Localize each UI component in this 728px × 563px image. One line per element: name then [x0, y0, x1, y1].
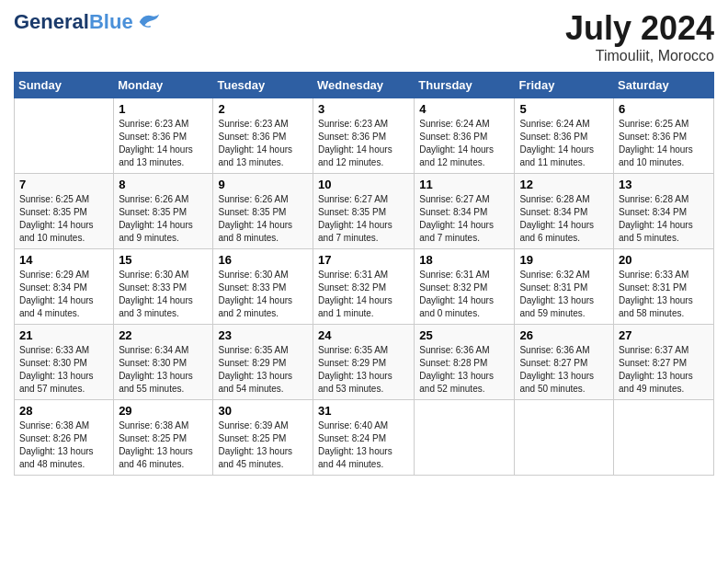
day-number: 12 — [519, 178, 609, 191]
day-cell: 24Sunrise: 6:35 AM Sunset: 8:29 PM Dayli… — [313, 325, 415, 400]
title-area: July 2024 Timouliit, Morocco — [565, 9, 714, 64]
week-row-2: 7Sunrise: 6:25 AM Sunset: 8:35 PM Daylig… — [15, 174, 714, 249]
day-number: 8 — [119, 178, 208, 191]
day-info: Sunrise: 6:28 AM Sunset: 8:34 PM Dayligh… — [619, 193, 709, 245]
day-info: Sunrise: 6:28 AM Sunset: 8:34 PM Dayligh… — [519, 193, 609, 245]
calendar-table: Sunday Monday Tuesday Wednesday Thursday… — [14, 72, 714, 476]
day-cell: 29Sunrise: 6:38 AM Sunset: 8:25 PM Dayli… — [114, 400, 213, 476]
day-number: 13 — [619, 178, 709, 191]
day-info: Sunrise: 6:39 AM Sunset: 8:25 PM Dayligh… — [218, 419, 308, 471]
day-number: 19 — [519, 253, 609, 267]
day-number: 27 — [619, 328, 709, 342]
day-cell: 3Sunrise: 6:23 AM Sunset: 8:36 PM Daylig… — [313, 98, 415, 174]
day-info: Sunrise: 6:27 AM Sunset: 8:34 PM Dayligh… — [419, 193, 509, 245]
day-cell: 18Sunrise: 6:31 AM Sunset: 8:32 PM Dayli… — [415, 249, 515, 325]
day-number: 15 — [119, 253, 208, 267]
day-cell — [614, 400, 714, 476]
day-info: Sunrise: 6:26 AM Sunset: 8:35 PM Dayligh… — [119, 193, 208, 245]
day-cell: 30Sunrise: 6:39 AM Sunset: 8:25 PM Dayli… — [213, 400, 313, 476]
day-info: Sunrise: 6:36 AM Sunset: 8:27 PM Dayligh… — [519, 344, 609, 396]
col-thursday: Thursday — [415, 73, 515, 98]
logo: GeneralBlue — [14, 9, 161, 35]
day-number: 10 — [318, 178, 409, 191]
day-number: 16 — [218, 253, 308, 267]
day-cell — [515, 400, 614, 476]
day-cell: 28Sunrise: 6:38 AM Sunset: 8:26 PM Dayli… — [15, 400, 114, 476]
col-wednesday: Wednesday — [313, 73, 415, 98]
day-number: 2 — [218, 102, 308, 116]
day-number: 31 — [318, 404, 409, 418]
day-cell: 22Sunrise: 6:34 AM Sunset: 8:30 PM Dayli… — [114, 325, 213, 400]
day-info: Sunrise: 6:26 AM Sunset: 8:35 PM Dayligh… — [218, 193, 308, 245]
day-info: Sunrise: 6:23 AM Sunset: 8:36 PM Dayligh… — [119, 118, 208, 169]
day-number: 6 — [619, 102, 709, 116]
day-number: 7 — [19, 178, 108, 191]
day-info: Sunrise: 6:30 AM Sunset: 8:33 PM Dayligh… — [218, 269, 308, 320]
day-info: Sunrise: 6:32 AM Sunset: 8:31 PM Dayligh… — [519, 269, 609, 320]
header: GeneralBlue July 2024 Timouliit, Morocco — [14, 9, 714, 64]
week-row-5: 28Sunrise: 6:38 AM Sunset: 8:26 PM Dayli… — [15, 400, 714, 476]
day-info: Sunrise: 6:34 AM Sunset: 8:30 PM Dayligh… — [119, 344, 208, 396]
day-info: Sunrise: 6:30 AM Sunset: 8:33 PM Dayligh… — [119, 269, 208, 320]
day-cell: 11Sunrise: 6:27 AM Sunset: 8:34 PM Dayli… — [415, 174, 515, 249]
week-row-4: 21Sunrise: 6:33 AM Sunset: 8:30 PM Dayli… — [15, 325, 714, 400]
day-cell: 17Sunrise: 6:31 AM Sunset: 8:32 PM Dayli… — [313, 249, 415, 325]
day-info: Sunrise: 6:33 AM Sunset: 8:30 PM Dayligh… — [19, 344, 108, 396]
day-info: Sunrise: 6:31 AM Sunset: 8:32 PM Dayligh… — [419, 269, 509, 320]
day-cell: 5Sunrise: 6:24 AM Sunset: 8:36 PM Daylig… — [515, 98, 614, 174]
day-number: 18 — [419, 253, 509, 267]
day-cell: 6Sunrise: 6:25 AM Sunset: 8:36 PM Daylig… — [614, 98, 714, 174]
day-info: Sunrise: 6:24 AM Sunset: 8:36 PM Dayligh… — [519, 118, 609, 169]
col-saturday: Saturday — [614, 73, 714, 98]
day-cell: 25Sunrise: 6:36 AM Sunset: 8:28 PM Dayli… — [415, 325, 515, 400]
day-number: 9 — [218, 178, 308, 191]
day-number: 11 — [419, 178, 509, 191]
day-info: Sunrise: 6:36 AM Sunset: 8:28 PM Dayligh… — [419, 344, 509, 396]
day-cell: 4Sunrise: 6:24 AM Sunset: 8:36 PM Daylig… — [415, 98, 515, 174]
day-number: 28 — [19, 404, 108, 418]
week-row-1: 1Sunrise: 6:23 AM Sunset: 8:36 PM Daylig… — [15, 98, 714, 174]
col-friday: Friday — [515, 73, 614, 98]
day-info: Sunrise: 6:29 AM Sunset: 8:34 PM Dayligh… — [19, 269, 108, 320]
day-number: 22 — [119, 328, 208, 342]
day-number: 26 — [519, 328, 609, 342]
day-info: Sunrise: 6:24 AM Sunset: 8:36 PM Dayligh… — [419, 118, 509, 169]
day-cell: 21Sunrise: 6:33 AM Sunset: 8:30 PM Dayli… — [15, 325, 114, 400]
day-cell: 9Sunrise: 6:26 AM Sunset: 8:35 PM Daylig… — [213, 174, 313, 249]
day-cell: 14Sunrise: 6:29 AM Sunset: 8:34 PM Dayli… — [15, 249, 114, 325]
col-sunday: Sunday — [15, 73, 114, 98]
day-info: Sunrise: 6:38 AM Sunset: 8:26 PM Dayligh… — [19, 419, 108, 471]
day-number: 21 — [19, 328, 108, 342]
day-number: 17 — [318, 253, 409, 267]
day-cell: 10Sunrise: 6:27 AM Sunset: 8:35 PM Dayli… — [313, 174, 415, 249]
day-cell: 19Sunrise: 6:32 AM Sunset: 8:31 PM Dayli… — [515, 249, 614, 325]
location-subtitle: Timouliit, Morocco — [565, 48, 714, 64]
day-number: 3 — [318, 102, 409, 116]
day-cell: 26Sunrise: 6:36 AM Sunset: 8:27 PM Dayli… — [515, 325, 614, 400]
day-cell: 23Sunrise: 6:35 AM Sunset: 8:29 PM Dayli… — [213, 325, 313, 400]
day-info: Sunrise: 6:31 AM Sunset: 8:32 PM Dayligh… — [318, 269, 409, 320]
day-info: Sunrise: 6:37 AM Sunset: 8:27 PM Dayligh… — [619, 344, 709, 396]
day-number: 29 — [119, 404, 208, 418]
day-info: Sunrise: 6:25 AM Sunset: 8:35 PM Dayligh… — [19, 193, 108, 245]
day-info: Sunrise: 6:27 AM Sunset: 8:35 PM Dayligh… — [318, 193, 409, 245]
day-cell: 2Sunrise: 6:23 AM Sunset: 8:36 PM Daylig… — [213, 98, 313, 174]
day-info: Sunrise: 6:33 AM Sunset: 8:31 PM Dayligh… — [619, 269, 709, 320]
day-info: Sunrise: 6:35 AM Sunset: 8:29 PM Dayligh… — [318, 344, 409, 396]
day-cell: 8Sunrise: 6:26 AM Sunset: 8:35 PM Daylig… — [114, 174, 213, 249]
day-number: 4 — [419, 102, 509, 116]
day-info: Sunrise: 6:23 AM Sunset: 8:36 PM Dayligh… — [218, 118, 308, 169]
logo-bird-icon — [135, 9, 161, 35]
day-info: Sunrise: 6:35 AM Sunset: 8:29 PM Dayligh… — [218, 344, 308, 396]
day-cell — [15, 98, 114, 174]
day-info: Sunrise: 6:38 AM Sunset: 8:25 PM Dayligh… — [119, 419, 208, 471]
day-cell: 12Sunrise: 6:28 AM Sunset: 8:34 PM Dayli… — [515, 174, 614, 249]
day-number: 24 — [318, 328, 409, 342]
day-cell: 1Sunrise: 6:23 AM Sunset: 8:36 PM Daylig… — [114, 98, 213, 174]
day-cell: 16Sunrise: 6:30 AM Sunset: 8:33 PM Dayli… — [213, 249, 313, 325]
day-number: 1 — [119, 102, 208, 116]
col-tuesday: Tuesday — [213, 73, 313, 98]
day-number: 5 — [519, 102, 609, 116]
logo-text: GeneralBlue — [14, 11, 133, 33]
day-cell: 31Sunrise: 6:40 AM Sunset: 8:24 PM Dayli… — [313, 400, 415, 476]
